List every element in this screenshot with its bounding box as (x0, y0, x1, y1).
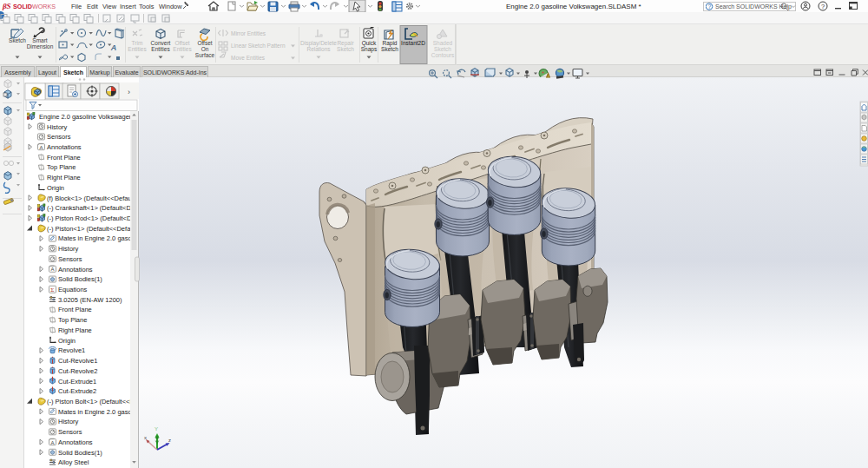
svg-text:SOLID: SOLID (13, 3, 32, 10)
svg-text:Y: Y (155, 426, 158, 432)
svg-text:Instant2D: Instant2D (401, 40, 425, 46)
svg-text:Sketch: Sketch (434, 46, 451, 52)
svg-text:WORKS: WORKS (32, 3, 56, 10)
svg-text:Shaded: Shaded (433, 40, 453, 46)
svg-text:βS: βS (2, 2, 11, 10)
svg-text:Offset: Offset (197, 40, 212, 46)
svg-text:Entities: Entities (173, 46, 192, 52)
svg-text:?: ? (707, 3, 711, 10)
svg-text:Sketch: Sketch (337, 46, 354, 52)
svg-text:Relations: Relations (306, 46, 331, 52)
svg-text:Contours: Contours (431, 52, 455, 58)
svg-text:On: On (201, 46, 209, 52)
svg-text:Entities: Entities (128, 46, 147, 52)
svg-text:Surface: Surface (195, 52, 215, 58)
svg-text:Dimension: Dimension (27, 43, 54, 49)
svg-text:Smart: Smart (32, 37, 48, 43)
svg-text:Snaps: Snaps (361, 46, 378, 53)
svg-text:Trim: Trim (132, 40, 143, 46)
svg-text:?: ? (821, 3, 825, 10)
svg-text:Sketch: Sketch (9, 37, 26, 43)
svg-text:Convert: Convert (151, 40, 171, 46)
svg-text:A: A (110, 43, 117, 52)
svg-text:Linear Sketch Pattern: Linear Sketch Pattern (231, 43, 286, 49)
svg-text:Sketch: Sketch (381, 46, 398, 52)
svg-text:Entities: Entities (151, 46, 170, 52)
svg-text:z: z (168, 438, 171, 443)
svg-text:x: x (144, 435, 147, 440)
svg-text:Mirror Entities: Mirror Entities (231, 30, 266, 36)
svg-text:Move Entities: Move Entities (231, 55, 266, 61)
svg-text:Offset: Offset (174, 40, 189, 46)
